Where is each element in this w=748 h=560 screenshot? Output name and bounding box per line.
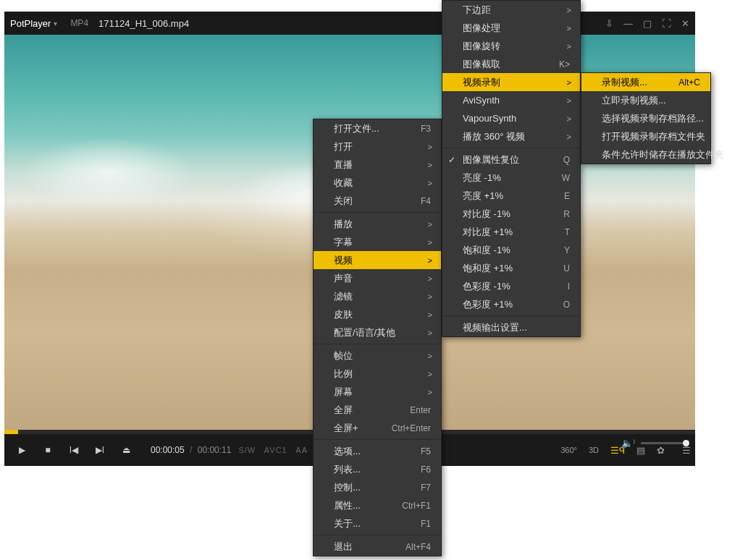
menu-item-shortcut: E	[564, 191, 570, 201]
menu-item-shortcut: R	[563, 209, 570, 219]
play-button[interactable]: ▶	[9, 437, 35, 463]
pin-icon[interactable]: ⇩	[605, 18, 613, 29]
menu-item-shortcut: K>	[559, 59, 570, 69]
video-menu-item[interactable]: 饱和度 +1%U	[442, 259, 580, 277]
video-menu-item[interactable]: 视频输出设置...	[442, 318, 580, 336]
menu-item-label: 图像旋转	[463, 40, 570, 53]
menu-item-label: 关闭	[334, 195, 399, 208]
volume-icon[interactable]: 🔈⁠⁾	[621, 438, 635, 449]
menu-item-shortcut: F1	[421, 519, 431, 529]
video-menu-item[interactable]: 下边距>	[442, 1, 580, 19]
menu-item-label: 对比度 -1%	[463, 208, 542, 221]
fullscreen-icon[interactable]: ⛶	[662, 18, 671, 29]
main-menu-item[interactable]: 列表...F6	[314, 460, 441, 478]
menu-item-shortcut: Q	[563, 155, 570, 165]
3d-button[interactable]: 3D	[589, 446, 599, 454]
main-menu-item[interactable]: 选项...F5	[314, 442, 441, 460]
main-menu-item[interactable]: 打开文件...F3	[314, 119, 441, 137]
main-menu-item[interactable]: 关闭F4	[314, 192, 441, 210]
video-menu-item[interactable]: 图像旋转>	[442, 37, 580, 55]
video-menu-item[interactable]: 亮度 -1%W	[442, 169, 580, 187]
main-menu-item[interactable]: 控制...F7	[314, 478, 441, 496]
check-icon: ✓	[448, 155, 455, 165]
main-menu-item[interactable]: 配置/语言/其他>	[314, 323, 441, 341]
context-menu-video: 下边距>图像处理>图像旋转>图像截取K>视频录制>AviSynth>Vapour…	[442, 0, 581, 337]
menu-item-label: 饱和度 -1%	[463, 244, 542, 257]
record-menu-item[interactable]: 立即录制视频...	[581, 91, 710, 109]
volume-control[interactable]: 🔈⁠⁾	[621, 437, 686, 449]
360-button[interactable]: 360°	[560, 446, 577, 454]
menu-item-label: 选项...	[334, 445, 399, 458]
app-name[interactable]: PotPlayer	[10, 18, 51, 29]
main-menu-item[interactable]: 全屏Enter	[314, 401, 441, 419]
stop-button[interactable]: ■	[35, 437, 61, 463]
record-menu-item[interactable]: 打开视频录制存档文件夹	[581, 127, 710, 145]
video-menu-item[interactable]: VapourSynth>	[442, 109, 580, 127]
submenu-arrow-icon: >	[428, 352, 432, 360]
main-menu-item[interactable]: 屏幕>	[314, 383, 441, 401]
menu-item-label: 退出	[334, 540, 384, 553]
video-menu-item[interactable]: 对比度 +1%T	[442, 223, 580, 241]
video-menu-item[interactable]: 饱和度 -1%Y	[442, 241, 580, 259]
main-menu-item[interactable]: 关于...F1	[314, 514, 441, 533]
video-menu-item[interactable]: 图像处理>	[442, 19, 580, 37]
menu-item-label: 属性...	[334, 499, 380, 512]
main-menu-item[interactable]: 帧位>	[314, 347, 441, 365]
main-menu-item[interactable]: 打开>	[314, 137, 441, 156]
menu-item-label: 立即录制视频...	[602, 94, 700, 107]
main-menu-item[interactable]: 退出Alt+F4	[314, 538, 441, 556]
menu-item-label: 字幕	[334, 236, 431, 249]
menu-item-shortcut: F5	[421, 446, 431, 457]
main-menu-item[interactable]: 滤镜>	[314, 287, 441, 305]
menu-item-label: 关于...	[334, 517, 399, 530]
main-menu-item[interactable]: 播放>	[314, 215, 441, 233]
time-duration: 00:00:11	[198, 445, 232, 455]
codec-info: S/W AVC1 AA	[238, 446, 308, 454]
submenu-arrow-icon: >	[428, 238, 432, 247]
menu-item-label: 选择视频录制存档路径...	[602, 112, 704, 125]
video-menu-item[interactable]: 色彩度 -1%I	[442, 277, 580, 295]
video-menu-item[interactable]: 亮度 +1%E	[442, 187, 580, 205]
video-menu-item[interactable]: ✓图像属性复位Q	[442, 150, 580, 169]
maximize-icon[interactable]: ▢	[643, 18, 652, 29]
menu-item-shortcut: F3	[421, 124, 431, 134]
menu-item-shortcut: U	[563, 263, 570, 273]
menu-item-label: 饱和度 +1%	[463, 262, 542, 275]
video-menu-item[interactable]: 图像截取K>	[442, 55, 580, 73]
video-menu-item[interactable]: 播放 360° 视频>	[442, 127, 580, 145]
app-dropdown-icon[interactable]: ▾	[54, 20, 57, 27]
video-menu-item[interactable]: 色彩度 +1%O	[442, 295, 580, 313]
minimize-icon[interactable]: —	[623, 18, 633, 29]
menu-item-label: 图像截取	[463, 58, 537, 71]
main-menu-item[interactable]: 声音>	[314, 269, 441, 287]
submenu-arrow-icon: >	[428, 328, 432, 337]
menu-item-shortcut: Ctrl+Enter	[392, 423, 431, 433]
main-menu-item[interactable]: 视频>	[314, 251, 441, 269]
eject-button[interactable]: ⏏	[113, 437, 139, 463]
record-menu-item[interactable]: 录制视频...Alt+C	[581, 73, 710, 91]
menu-item-shortcut: Ctrl+F1	[402, 501, 431, 511]
video-menu-item[interactable]: AviSynth>	[442, 91, 580, 109]
video-menu-item[interactable]: 视频录制>	[442, 73, 580, 91]
prev-button[interactable]: I◀	[61, 437, 87, 463]
menu-item-label: 打开	[334, 140, 431, 153]
main-menu-item[interactable]: 皮肤>	[314, 305, 441, 323]
menu-item-label: 列表...	[334, 463, 399, 476]
main-menu-item[interactable]: 属性...Ctrl+F1	[314, 496, 441, 514]
menu-item-label: AviSynth	[463, 95, 570, 106]
main-menu-item[interactable]: 全屏+Ctrl+Enter	[314, 419, 441, 437]
main-menu-item[interactable]: 收藏>	[314, 174, 441, 192]
menu-item-label: 配置/语言/其他	[334, 326, 431, 339]
record-menu-item[interactable]: 选择视频录制存档路径...	[581, 109, 710, 127]
record-menu-item[interactable]: 条件允许时储存在播放文件夹	[581, 145, 710, 164]
submenu-arrow-icon: >	[567, 6, 571, 14]
main-menu-item[interactable]: 比例>	[314, 365, 441, 383]
submenu-arrow-icon: >	[428, 256, 432, 265]
close-icon[interactable]: ✕	[681, 18, 689, 29]
video-menu-item[interactable]: 对比度 -1%R	[442, 205, 580, 223]
submenu-arrow-icon: >	[567, 114, 571, 123]
next-button[interactable]: ▶I	[87, 437, 113, 463]
menu-item-label: 亮度 -1%	[463, 171, 540, 184]
main-menu-item[interactable]: 直播>	[314, 156, 441, 174]
main-menu-item[interactable]: 字幕>	[314, 233, 441, 251]
